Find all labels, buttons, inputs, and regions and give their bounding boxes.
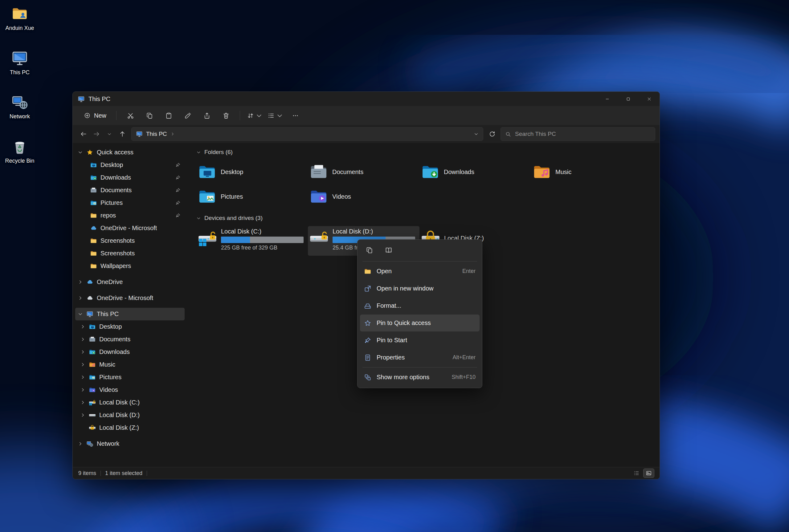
context-quick-copy-icon[interactable] xyxy=(361,243,378,258)
address-bar[interactable]: This PC xyxy=(131,127,483,141)
sidebar-item-network[interactable]: Network xyxy=(75,437,185,450)
breadcrumb[interactable]: This PC xyxy=(146,131,167,137)
forward-button[interactable] xyxy=(90,128,103,140)
recent-locations-button[interactable] xyxy=(103,128,116,140)
context-menu-item-label: Open xyxy=(377,268,392,275)
drive-tile-local-disk-c[interactable]: Local Disk (C:) 225 GB free of 329 GB xyxy=(196,226,308,256)
chevron-right-icon[interactable] xyxy=(80,324,86,329)
titlebar[interactable]: This PC xyxy=(73,92,660,106)
up-button[interactable] xyxy=(116,128,129,140)
sort-button[interactable] xyxy=(245,109,264,122)
sidebar-item-screenshots[interactable]: Screenshots xyxy=(75,247,185,260)
minimize-button[interactable] xyxy=(597,92,618,106)
sidebar-item-repos[interactable]: repos xyxy=(75,209,185,222)
sidebar-item-documents[interactable]: Documents xyxy=(75,184,185,196)
context-menu-item-label: Pin to Quick access xyxy=(377,320,431,326)
sidebar-item-quick-access[interactable]: Quick access xyxy=(75,146,185,159)
paste-button[interactable] xyxy=(159,109,177,122)
chevron-right-icon[interactable] xyxy=(78,296,83,301)
format-drive-icon xyxy=(364,302,371,309)
chevron-right-icon[interactable] xyxy=(80,400,86,405)
sidebar-item-pictures[interactable]: Pictures xyxy=(75,196,185,209)
copy-button[interactable] xyxy=(140,109,158,122)
chevron-right-icon[interactable] xyxy=(80,413,86,418)
desktop-icon-this-pc[interactable]: This PC xyxy=(2,49,37,76)
chevron-right-icon[interactable] xyxy=(80,362,86,367)
desktop-icon-recycle-bin[interactable]: Recycle Bin xyxy=(2,138,37,164)
sidebar-item-downloads[interactable]: Downloads xyxy=(75,346,185,358)
folder-tile-pictures[interactable]: Pictures xyxy=(196,184,308,209)
command-bar: New xyxy=(73,106,660,125)
context-menu-item-shortcut: Enter xyxy=(462,268,475,274)
folder-tile-desktop[interactable]: Desktop xyxy=(196,159,308,184)
maximize-button[interactable] xyxy=(618,92,639,106)
sidebar-item-onedrive-microsoft[interactable]: OneDrive - Microsoft xyxy=(75,292,185,304)
context-menu-item-format[interactable]: Format... xyxy=(360,297,480,314)
sidebar-item-label: Music xyxy=(99,361,115,368)
rename-button[interactable] xyxy=(179,109,196,122)
chevron-right-icon[interactable] xyxy=(78,279,83,285)
refresh-button[interactable] xyxy=(486,128,499,140)
folder-tile-documents[interactable]: Documents xyxy=(308,159,419,184)
context-menu-item-properties[interactable]: Properties Alt+Enter xyxy=(360,349,480,366)
sidebar-item-documents[interactable]: Documents xyxy=(75,333,185,346)
pin-icon xyxy=(175,188,181,193)
details-view-button[interactable] xyxy=(631,469,642,477)
chevron-down-icon[interactable] xyxy=(78,311,83,317)
folder-desktop-icon xyxy=(90,162,97,169)
close-button[interactable] xyxy=(639,92,660,106)
chevron-right-icon[interactable] xyxy=(78,441,83,446)
context-menu-item-open[interactable]: Open Enter xyxy=(360,263,480,280)
chevron-right-icon[interactable] xyxy=(80,387,86,393)
sidebar-item-local-disk-d[interactable]: Local Disk (D:) xyxy=(75,409,185,421)
delete-button[interactable] xyxy=(217,109,235,122)
sidebar-item-desktop[interactable]: Desktop xyxy=(75,320,185,333)
sidebar-item-onedrive[interactable]: OneDrive xyxy=(75,276,185,288)
explorer-window: This PC New xyxy=(72,92,660,479)
folder-icon xyxy=(90,212,97,219)
pin-icon xyxy=(175,200,181,206)
new-button[interactable]: New xyxy=(79,109,111,122)
sidebar-item-downloads[interactable]: Downloads xyxy=(75,171,185,184)
cut-button[interactable] xyxy=(121,109,139,122)
sidebar-item-local-disk-c[interactable]: Local Disk (C:) xyxy=(75,396,185,409)
chevron-right-icon[interactable] xyxy=(80,349,86,355)
context-quick-rename-book-icon[interactable] xyxy=(380,243,397,258)
sidebar-item-label: Videos xyxy=(99,386,118,393)
desktop-icon-network[interactable]: Network xyxy=(2,93,37,120)
folder-tile-videos[interactable]: Videos xyxy=(308,184,419,209)
chevron-right-icon[interactable] xyxy=(170,132,175,136)
chevron-down-icon[interactable] xyxy=(196,216,201,221)
large-icons-view-button[interactable] xyxy=(643,469,654,477)
sidebar-item-onedrive-microsoft[interactable]: OneDrive - Microsoft xyxy=(75,222,185,234)
desktop-icon-anduin-xue[interactable]: Anduin Xue xyxy=(2,5,37,32)
context-menu-item-pin-to-start[interactable]: Pin to Start xyxy=(360,332,480,349)
folder-tile-music[interactable]: Music xyxy=(531,159,643,184)
address-dropdown-chevron-icon[interactable] xyxy=(474,132,478,136)
search-input[interactable] xyxy=(514,130,651,138)
context-menu-item-show-more-options[interactable]: Show more options Shift+F10 xyxy=(360,369,480,386)
search-box[interactable] xyxy=(501,127,655,141)
devices-section-header[interactable]: Devices and drives (3) xyxy=(196,212,660,224)
folders-section-header[interactable]: Folders (6) xyxy=(196,146,660,158)
context-menu-item-pin-to-quick-access[interactable]: Pin to Quick access xyxy=(360,315,480,331)
sidebar-item-pictures[interactable]: Pictures xyxy=(75,371,185,383)
chevron-right-icon[interactable] xyxy=(80,375,86,380)
chevron-down-icon[interactable] xyxy=(196,150,201,155)
share-button[interactable] xyxy=(198,109,216,122)
view-button[interactable] xyxy=(266,109,285,122)
back-button[interactable] xyxy=(77,128,90,140)
sidebar-item-desktop[interactable]: Desktop xyxy=(75,159,185,171)
sidebar-item-local-disk-z[interactable]: Local Disk (Z:) xyxy=(75,421,185,434)
sidebar-item-videos[interactable]: Videos xyxy=(75,383,185,396)
sidebar-item-this-pc[interactable]: This PC xyxy=(75,308,185,320)
window-controls xyxy=(597,92,660,106)
see-more-button[interactable] xyxy=(286,109,304,122)
chevron-down-icon[interactable] xyxy=(78,150,83,155)
chevron-right-icon[interactable] xyxy=(80,337,86,342)
sidebar-item-screenshots[interactable]: Screenshots xyxy=(75,234,185,247)
context-menu-item-open-in-new-window[interactable]: Open in new window xyxy=(360,280,480,297)
folder-tile-downloads[interactable]: Downloads xyxy=(419,159,531,184)
sidebar-item-music[interactable]: Music xyxy=(75,358,185,371)
sidebar-item-wallpapers[interactable]: Wallpapers xyxy=(75,260,185,272)
